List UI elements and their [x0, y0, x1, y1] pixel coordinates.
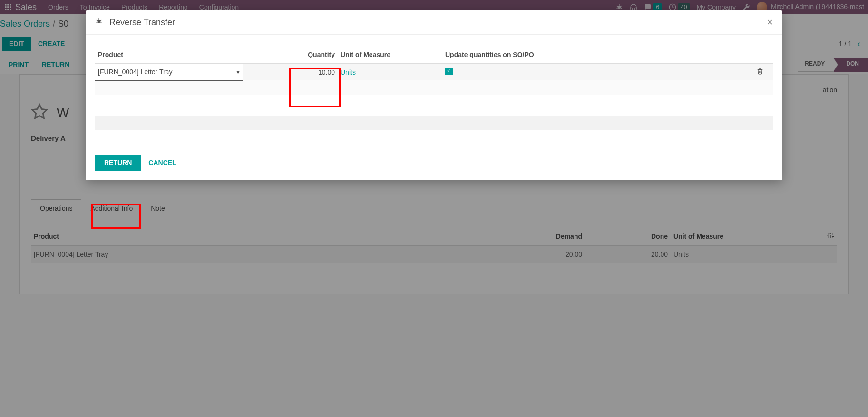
mcell-uom[interactable]: Units — [338, 64, 442, 81]
modal-header: Reverse Transfer × — [86, 10, 782, 35]
mcol-product[interactable]: Product — [95, 46, 243, 64]
svg-point-26 — [98, 20, 101, 23]
close-icon[interactable]: × — [767, 17, 773, 28]
svg-line-31 — [100, 22, 102, 22]
mcol-quantity[interactable]: Quantity — [243, 46, 338, 64]
mcol-uom[interactable]: Unit of Measure — [338, 46, 442, 64]
modal-return-button[interactable]: Return — [95, 155, 141, 171]
modal-body: Product Quantity Unit of Measure Update … — [86, 35, 782, 149]
mcell-delete[interactable] — [754, 64, 773, 81]
trash-icon[interactable] — [757, 68, 763, 76]
bug-icon[interactable] — [95, 18, 103, 27]
svg-line-30 — [97, 22, 98, 22]
greybar-row — [95, 116, 773, 130]
mcell-update[interactable] — [442, 64, 754, 81]
svg-line-28 — [97, 20, 98, 20]
modal-footer: Return Cancel — [86, 149, 782, 180]
checkbox-checked-icon[interactable] — [445, 68, 453, 75]
mcell-product[interactable]: [FURN_0004] Letter Tray ▾ — [95, 64, 243, 81]
uom-link: Units — [341, 68, 356, 76]
return-lines-table: Product Quantity Unit of Measure Update … — [95, 46, 773, 130]
mcol-update[interactable]: Update quantities on SO/PO — [442, 46, 754, 64]
chevron-down-icon[interactable]: ▾ — [236, 68, 240, 76]
spacer-row — [95, 80, 773, 95]
svg-line-29 — [100, 20, 102, 20]
spacer-row — [95, 95, 773, 116]
return-line-row[interactable]: [FURN_0004] Letter Tray ▾ 10.00 Units — [95, 64, 773, 81]
modal-title: Reverse Transfer — [109, 18, 175, 28]
mcell-quantity[interactable]: 10.00 — [243, 64, 338, 81]
modal-cancel-button[interactable]: Cancel — [148, 159, 176, 166]
reverse-transfer-modal: Reverse Transfer × Product Quantity Unit… — [86, 10, 782, 180]
product-value: [FURN_0004] Letter Tray — [98, 68, 172, 76]
